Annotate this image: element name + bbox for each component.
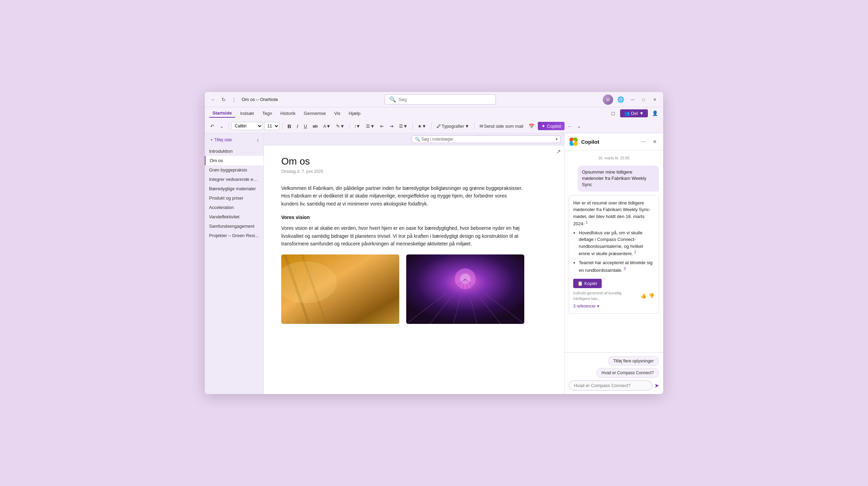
copilot-body: 16. marts kl. 15:55 Opsummer mine tidlig…: [565, 150, 663, 352]
ribbon-tab-right: ◻ 👥 Del ▼ 👤: [609, 109, 659, 117]
tab-historik[interactable]: Historik: [277, 109, 299, 117]
profile-button[interactable]: 👤: [651, 109, 659, 117]
copilot-toolbar-icon: ✦: [541, 123, 545, 129]
copilot-toolbar-button[interactable]: ✦ Copilot: [538, 122, 564, 130]
sidebar-item-projekter-green-resi[interactable]: Projekter – Green Resi...: [205, 231, 264, 240]
tab-gennemse[interactable]: Gennemse: [300, 109, 329, 117]
copilot-refs-row[interactable]: 3 referencer ▾: [573, 303, 654, 309]
bullets-button[interactable]: ⁝▼: [352, 123, 362, 130]
tab-hjaelp[interactable]: Hjælp: [345, 109, 364, 117]
toolbar-sep-3: [349, 123, 350, 129]
copilot-send-button[interactable]: ➤: [654, 382, 659, 389]
page-paragraph-1[interactable]: Velkommen til Fabrikam, din pålidelige p…: [281, 184, 524, 208]
svg-point-18: [572, 140, 575, 143]
tab-vis[interactable]: Vis: [331, 109, 344, 117]
style-button[interactable]: ★▼: [416, 123, 428, 130]
search-box[interactable]: 🔍: [385, 94, 496, 104]
decrease-indent-button[interactable]: ⇤: [378, 123, 386, 130]
page-date: Onsdag d. 7. juni 2025: [281, 169, 524, 174]
sidebar-item-introduktion[interactable]: Introduktion: [205, 146, 264, 156]
highlight-button[interactable]: ✎▼: [334, 123, 347, 130]
maximize-button[interactable]: □: [640, 95, 648, 104]
sidebar-item-acceleration[interactable]: Acceleration: [205, 203, 264, 212]
tab-indsaet[interactable]: Indsæt: [237, 109, 258, 117]
copilot-bullet-1: Hovedfokus var på, om vi skulle deltage …: [579, 229, 654, 257]
font-select[interactable]: Calibri: [232, 122, 263, 130]
share-icon: 👥: [624, 111, 630, 116]
copilot-more-button[interactable]: ···: [639, 138, 648, 145]
undo-button[interactable]: ↶: [208, 123, 216, 130]
align-button[interactable]: ☰▼: [397, 123, 410, 130]
refs-label: 3 referencer: [573, 303, 596, 309]
search-input[interactable]: [398, 97, 491, 102]
sidebar-item-integrer-vedvarende[interactable]: Integrer vedvarende en...: [205, 175, 264, 184]
copilot-suggestion-2[interactable]: Hvad er Compass Connect?: [596, 368, 659, 378]
sidebar-item-om-os[interactable]: Om os: [205, 156, 264, 165]
copilot-suggestion-1[interactable]: Tilføj flere oplysninger: [608, 356, 659, 366]
copilot-ai-footer: Indhold genereret af kunstlig intelligen…: [573, 290, 654, 302]
back-button[interactable]: ←: [209, 95, 217, 104]
sort-button[interactable]: ↕: [256, 136, 260, 144]
underline-button[interactable]: U: [302, 123, 309, 130]
app-window: ← ↻ ⋮ Om os – OneNote 🔍 U 🌐 — □ ✕ Starts…: [205, 92, 663, 394]
share-button[interactable]: 👥 Del ▼: [620, 109, 648, 117]
more-toolbar-button[interactable]: ···: [566, 123, 574, 130]
copy-icon: 📋: [577, 281, 583, 286]
share-chevron: ▼: [639, 111, 644, 116]
send-email-label: Send side som mail: [484, 124, 523, 129]
copy-button[interactable]: 📋 Kopiér: [573, 279, 602, 288]
copilot-input[interactable]: [569, 380, 652, 391]
notebook-search-icon: 🔍: [415, 137, 420, 142]
globe-button[interactable]: 🌐: [616, 95, 626, 104]
italic-button[interactable]: I: [295, 122, 300, 130]
typographies-button[interactable]: 🖉 Typografier ▼: [434, 123, 471, 130]
tab-startside[interactable]: Startside: [209, 109, 235, 118]
sidebar-item-groen-byggepraksis[interactable]: Grøn byggepraksis: [205, 165, 264, 175]
copilot-title: Copilot: [581, 139, 636, 145]
minimize-button[interactable]: —: [628, 95, 637, 104]
sidebar-item-samfundsengagement[interactable]: Samfundsengagement: [205, 221, 264, 231]
font-color-button[interactable]: A▼: [321, 123, 333, 130]
notebook-search-box[interactable]: 🔍 Søg i notesbøger ▾: [412, 135, 561, 143]
numbering-button[interactable]: ☰▼: [364, 123, 377, 130]
typographies-label: Typografier: [442, 124, 464, 129]
more-undo-button[interactable]: ⌄: [218, 123, 226, 130]
increase-indent-button[interactable]: ⇥: [387, 123, 395, 130]
copilot-close-button[interactable]: ✕: [651, 138, 659, 145]
calendar-button[interactable]: 📅: [527, 123, 536, 130]
forward-button[interactable]: ↻: [219, 95, 228, 104]
note-layout-button[interactable]: ◻: [609, 109, 617, 117]
sidebar-item-baeredygtige-materialer[interactable]: Bæredygtige materialer: [205, 184, 264, 193]
add-page-button[interactable]: + Tilføj side: [208, 136, 234, 144]
typographies-icon: 🖉: [436, 124, 441, 129]
content-inner: Om os Onsdag d. 7. juni 2025 Velkommen t…: [264, 145, 542, 334]
sidebar-header: + Tilføj side ↕: [205, 133, 264, 146]
toolbar-expand-button[interactable]: ⌄: [575, 123, 583, 130]
expand-button[interactable]: ↗: [556, 148, 561, 155]
title-search-area: 🔍: [281, 94, 600, 104]
copilot-header: Copilot ··· ✕: [565, 133, 663, 150]
toolbar-sep-1: [228, 123, 229, 129]
content-area[interactable]: 🔍 Søg i notesbøger ▾ ↗ Om os Onsdag d. 7…: [264, 133, 564, 394]
notebook-search-placeholder: Søg i notesbøger: [422, 137, 453, 142]
sidebar-item-produkt-og-priser[interactable]: Produkt og priser: [205, 193, 264, 203]
font-size-select[interactable]: 11: [264, 122, 279, 130]
copilot-ref-1: 1: [586, 220, 588, 224]
sidebar-item-vandeffektivitet[interactable]: Vandeffektivitet: [205, 212, 264, 221]
search-icon: 🔍: [389, 96, 396, 103]
tab-tegn[interactable]: Tegn: [259, 109, 275, 117]
bold-button[interactable]: B: [285, 122, 293, 130]
copy-label: Kopiér: [584, 281, 598, 286]
share-label: Del: [631, 111, 638, 116]
page-paragraph-2[interactable]: Vores vision er at skabe en verden, hvor…: [281, 224, 524, 248]
thumbs-up-button[interactable]: 👍: [641, 293, 646, 299]
avatar[interactable]: U: [603, 94, 613, 105]
thumbs-down-button[interactable]: 👎: [649, 293, 654, 299]
copilot-toolbar-label: Copilot: [547, 124, 561, 129]
copilot-ref-3: 3: [624, 267, 626, 271]
menu-button[interactable]: ⋮: [230, 95, 238, 104]
send-email-button[interactable]: ✉ Send side som mail: [477, 123, 525, 130]
close-button[interactable]: ✕: [651, 95, 659, 104]
copilot-input-row: ➤: [569, 380, 659, 391]
strikethrough-button[interactable]: ab: [310, 123, 319, 130]
